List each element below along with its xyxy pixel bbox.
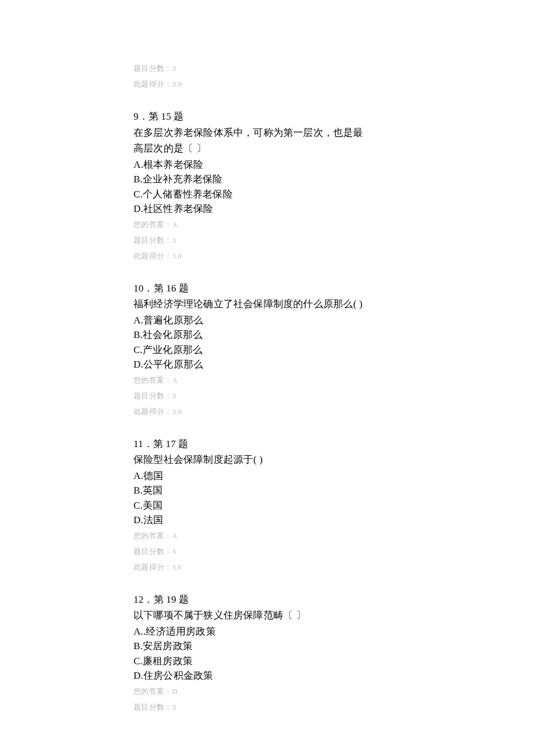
question-text-line: 以下哪项不属于狭义住房保障范畴〔 〕 — [134, 608, 400, 623]
question-score: 此题得分：3.0 — [134, 407, 400, 417]
question-option: D.住房公积金政策 — [134, 668, 400, 683]
question-score: 此题得分：3.0 — [134, 80, 400, 89]
question-block: 12．第 19 题 以下哪项不属于狭义住房保障范畴〔 〕 A..经济适用房政策 … — [134, 592, 400, 712]
question-option: A.普遍化原那么 — [134, 313, 400, 328]
question-option: A.根本养老保险 — [134, 157, 400, 172]
question-block: 9．第 15 题 在多层次养老保险体系中，可称为第一层次，也是最 高层次的是〔 … — [134, 109, 400, 261]
your-answer: 您的答案：A — [134, 531, 400, 541]
question-header: 11．第 17 题 — [134, 437, 400, 452]
question-option: A..经济适用房政策 — [134, 624, 400, 639]
question-score: 此题得分：3.0 — [134, 251, 400, 261]
question-score: 此题得分：3.0 — [134, 563, 400, 573]
question-option: B.安居房政策 — [134, 639, 400, 654]
question-points: 题目分数：3 — [134, 64, 400, 74]
question-option: B.英国 — [134, 483, 400, 498]
question-points: 题目分数：3 — [134, 236, 400, 246]
question-option: B.社会化原那么 — [134, 327, 400, 343]
your-answer: 您的答案：D — [134, 687, 400, 697]
question-header: 9．第 15 题 — [134, 109, 400, 124]
question-header: 10．第 16 题 — [134, 281, 400, 296]
question-option: B.企业补充养老保险 — [134, 172, 400, 187]
question-points: 题目分数：3 — [134, 703, 400, 712]
your-answer: 您的答案：A — [134, 220, 400, 230]
question-option: C.个人储蓄性养老保险 — [134, 187, 400, 202]
question-option: C.美国 — [134, 498, 400, 513]
question-option: D.公平化原那么 — [134, 357, 400, 372]
your-answer: 您的答案：A — [134, 376, 400, 386]
question-points: 题目分数：3 — [134, 391, 400, 401]
question-option: C.廉租房政策 — [134, 654, 400, 669]
question-text-line: 保险型社会保障制度起源于( ) — [134, 452, 400, 467]
question-text-line: 在多层次养老保险体系中，可称为第一层次，也是最 — [134, 125, 400, 141]
question-text-line: 福利经济学理论确立了社会保障制度的什么原那么( ) — [134, 297, 400, 312]
question-text-line: 高层次的是〔 〕 — [134, 141, 400, 156]
question-option: A.德国 — [134, 469, 400, 484]
question-option: D.法国 — [134, 513, 400, 528]
question-header: 12．第 19 题 — [134, 592, 400, 607]
question-points: 题目分数：3 — [134, 547, 400, 557]
question-block: 10．第 16 题 福利经济学理论确立了社会保障制度的什么原那么( ) A.普遍… — [134, 281, 400, 417]
question-option: D.社区性养老保险 — [134, 201, 400, 217]
question-block: 11．第 17 题 保险型社会保障制度起源于( ) A.德国 B.英国 C.美国… — [134, 437, 400, 573]
question-option: C.产业化原那么 — [134, 343, 400, 358]
